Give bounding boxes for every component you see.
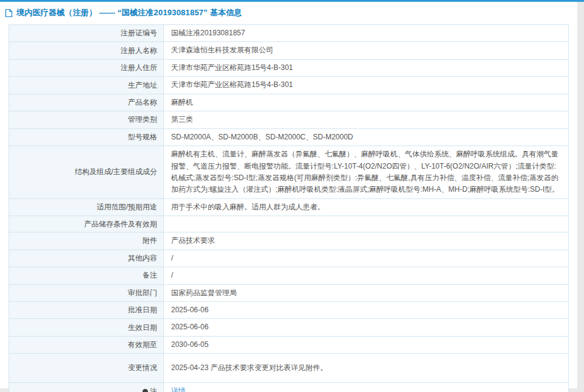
row-label-text: 产品储存条件及有效期 <box>84 220 157 228</box>
row-label: 生效日期 <box>9 319 164 336</box>
table-row: 结构及组成/主要组成成分麻醉机有主机、流量计、麻醉蒸发器（异氟醚、七氟醚）、麻醉… <box>9 146 569 199</box>
table-row: 型号规格SD-M2000A、SD-M2000B、SD-M2000C、SD-M20… <box>9 128 569 145</box>
row-value: 麻醉机 <box>164 94 569 111</box>
document-icon <box>5 9 13 18</box>
table-row: 生效日期2025-06-06 <box>9 319 569 336</box>
row-value: 用于手术中的吸入麻醉。适用人群为成人患者。 <box>164 198 569 215</box>
row-label-text: 其他内容 <box>128 254 157 262</box>
row-value: 2025-04-23 产品技术要求变更对比表详见附件。 <box>164 354 569 383</box>
row-label: 备注 <box>9 267 164 284</box>
row-label: 管理类别 <box>9 111 164 128</box>
page-title: 境内医疗器械（注册） —— “国械注准20193081857” 基本信息 <box>16 7 242 18</box>
row-label-text: 注册证编号 <box>121 29 157 37</box>
row-label-text: 注册人住所 <box>121 63 157 72</box>
table-row: 生产地址天津市华苑产业区榕苑路15号4-B-301 <box>9 77 569 94</box>
row-label: 产品名称 <box>9 94 164 111</box>
row-label: 变更情况 <box>9 354 164 383</box>
registration-info-table: 注册证编号国械注准20193081857注册人名称天津森迪恒生科技发展有限公司注… <box>9 24 569 392</box>
row-label: 注册证编号 <box>9 25 164 42</box>
row-value: 麻醉机有主机、流量计、麻醉蒸发器（异氟醚、七氟醚）、麻醉呼吸机、气体供给系统、麻… <box>164 146 569 199</box>
row-label-text: 审批部门 <box>128 289 157 297</box>
row-value: 产品技术要求 <box>164 233 569 250</box>
row-value: 天津市华苑产业区榕苑路15号4-B-301 <box>164 59 569 76</box>
page: 境内医疗器械（注册） —— “国械注准20193081857” 基本信息 注册证… <box>0 2 577 388</box>
row-value: 天津市华苑产业区榕苑路15号4-B-301 <box>164 77 569 94</box>
row-label-text: 有效期至 <box>128 340 157 349</box>
row-label: 注 <box>9 383 164 392</box>
row-label-text: 注 <box>150 387 157 392</box>
row-value: 2025-06-06 <box>164 319 569 336</box>
note-bullet-icon <box>142 389 148 392</box>
detail-link[interactable]: 详情 <box>171 387 186 392</box>
row-label: 附件 <box>9 233 164 250</box>
row-label-text: 产品名称 <box>128 98 157 107</box>
row-label-text: 管理类别 <box>128 115 157 124</box>
table-row: 适用范围/预期用途用于手术中的吸入麻醉。适用人群为成人患者。 <box>9 198 569 215</box>
row-value: 详情 <box>164 383 569 392</box>
row-value: 第三类 <box>164 111 569 128</box>
table-row: 附件产品技术要求 <box>9 233 569 250</box>
row-label-text: 生效日期 <box>128 323 157 332</box>
row-label-text: 批准日期 <box>128 306 157 314</box>
row-label-text: 变更情况 <box>128 363 157 372</box>
row-value: 天津森迪恒生科技发展有限公司 <box>164 42 569 59</box>
row-label: 批准日期 <box>9 302 164 319</box>
row-label-text: 注册人名称 <box>121 46 157 55</box>
table-row: 注册人住所天津市华苑产业区榕苑路15号4-B-301 <box>9 59 569 76</box>
row-label: 产品储存条件及有效期 <box>9 216 164 233</box>
row-label: 注册人名称 <box>9 42 164 59</box>
table-row: 其他内容/ <box>9 250 569 267</box>
table-row: 有效期至2030-06-05 <box>9 336 569 353</box>
row-label: 其他内容 <box>9 250 164 267</box>
row-value <box>164 216 569 233</box>
row-value: / <box>164 250 569 267</box>
table-row: 产品名称麻醉机 <box>9 94 569 111</box>
row-label-text: 备注 <box>142 271 157 279</box>
row-label: 型号规格 <box>9 128 164 145</box>
row-value: 2030-06-05 <box>164 336 569 353</box>
table-row: 管理类别第三类 <box>9 111 569 128</box>
row-label: 注册人住所 <box>9 59 164 76</box>
row-label-text: 型号规格 <box>128 133 157 141</box>
table-row: 注册证编号国械注准20193081857 <box>9 25 569 42</box>
table-row: 备注/ <box>9 267 569 284</box>
table-row: 注详情 <box>9 383 569 392</box>
table-row: 注册人名称天津森迪恒生科技发展有限公司 <box>9 42 569 59</box>
row-label-text: 结构及组成/主要组成成分 <box>75 167 157 176</box>
row-value: 国家药品监督管理局 <box>164 284 569 301</box>
row-value: SD-M2000A、SD-M2000B、SD-M2000C、SD-M2000D <box>164 128 569 145</box>
row-label: 生产地址 <box>9 77 164 94</box>
table-row: 变更情况2025-04-23 产品技术要求变更对比表详见附件。 <box>9 354 569 383</box>
row-label: 审批部门 <box>9 284 164 301</box>
page-header: 境内医疗器械（注册） —— “国械注准20193081857” 基本信息 <box>0 2 577 24</box>
row-value: 2025-06-06 <box>164 302 569 319</box>
row-label-text: 附件 <box>142 236 157 245</box>
table-row: 产品储存条件及有效期 <box>9 216 569 233</box>
table-row: 审批部门国家药品监督管理局 <box>9 284 569 301</box>
row-label: 结构及组成/主要组成成分 <box>9 146 164 199</box>
row-label: 适用范围/预期用途 <box>9 198 164 215</box>
row-value: / <box>164 267 569 284</box>
row-value: 国械注准20193081857 <box>164 25 569 42</box>
table-row: 批准日期2025-06-06 <box>9 302 569 319</box>
row-label-text: 生产地址 <box>128 81 157 89</box>
row-label: 有效期至 <box>9 336 164 353</box>
row-label-text: 适用范围/预期用途 <box>97 203 157 211</box>
